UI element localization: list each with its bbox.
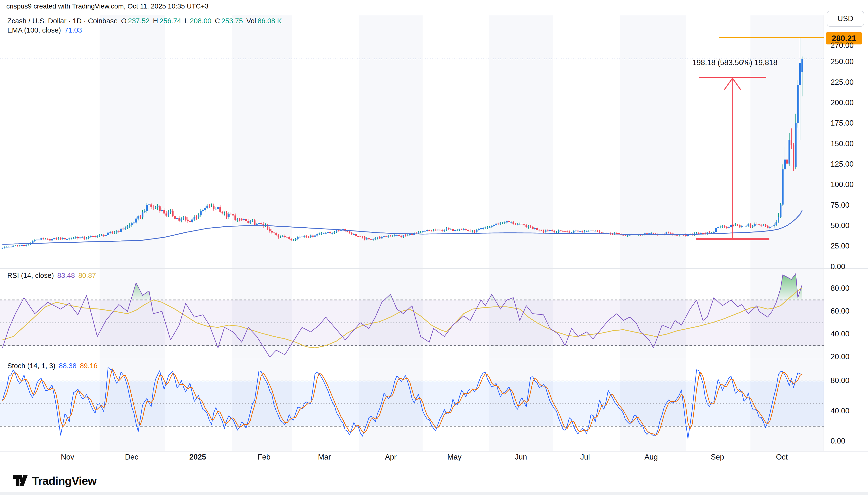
price-tick-label: 175.00 xyxy=(831,119,854,127)
price-tick-label: 150.00 xyxy=(831,139,854,148)
time-tick-label: May xyxy=(437,453,471,461)
stoch-tick-label: 80.00 xyxy=(831,376,850,385)
price-tick-label: 50.00 xyxy=(831,221,850,230)
ema-legend[interactable]: EMA (100, close) 71.03 xyxy=(7,26,83,34)
legend-segment: Zcash / U.S. Dollar · 1D · Coinbase xyxy=(7,17,118,25)
legend-segment: EMA (100, close) xyxy=(7,26,61,34)
time-tick-label: Jul xyxy=(568,453,602,461)
chart-canvas[interactable] xyxy=(0,0,868,495)
time-tick-label: Feb xyxy=(247,453,281,461)
legend-segment: Stoch (14, 1, 3) xyxy=(7,362,55,370)
legend-segment: 237.52 xyxy=(128,17,150,25)
price-tick-label: 225.00 xyxy=(831,78,854,87)
time-tick-label: 2025 xyxy=(181,453,215,461)
tradingview-wordmark: TradingView xyxy=(32,474,97,488)
legend-segment: 208.00 xyxy=(190,17,211,25)
time-tick-label: Dec xyxy=(115,453,149,461)
time-tick-label: Nov xyxy=(51,453,85,461)
rsi-tick-label: 80.00 xyxy=(831,284,850,293)
legend-segment: 80.87 xyxy=(76,272,96,279)
legend-segment: 71.03 xyxy=(63,26,82,34)
price-tick-label: 25.00 xyxy=(831,242,850,251)
tradingview-logo-icon xyxy=(13,473,29,489)
stoch-tick-label: 0.00 xyxy=(831,437,845,445)
time-tick-label: Sep xyxy=(700,453,734,461)
price-tick-label: 270.00 xyxy=(831,41,854,50)
legend-segment: C xyxy=(213,17,220,25)
price-tick-label: 100.00 xyxy=(831,180,854,189)
legend-segment: Vol xyxy=(244,17,256,25)
measure-annotation-label: 198.18 (583.56%) 19,818 xyxy=(669,58,800,67)
legend-segment: 89.16 xyxy=(78,362,98,370)
legend-segment: 83.48 xyxy=(55,272,75,279)
legend-segment: O xyxy=(119,17,126,25)
legend-segment: 88.38 xyxy=(57,362,76,370)
price-tick-label: 0.00 xyxy=(831,262,845,271)
tradingview-chart-snapshot: crispus9 created with TradingView.com, O… xyxy=(0,0,868,495)
bottom-strip xyxy=(0,492,868,495)
price-tick-label: 125.00 xyxy=(831,160,854,169)
legend-segment: H xyxy=(151,17,158,25)
symbol-legend[interactable]: Zcash / U.S. Dollar · 1D · Coinbase O237… xyxy=(7,17,283,25)
rsi-legend[interactable]: RSI (14, close) 83.48 80.87 xyxy=(7,272,98,279)
legend-segment: 86.08 K xyxy=(257,17,282,25)
time-tick-label: Aug xyxy=(634,453,668,461)
tradingview-logo[interactable]: TradingView xyxy=(13,473,97,489)
time-tick-label: Mar xyxy=(308,453,342,461)
price-tick-label: 75.00 xyxy=(831,201,850,210)
stoch-tick-label: 40.00 xyxy=(831,407,850,415)
price-tick-label: 250.00 xyxy=(831,57,854,66)
legend-segment: 253.75 xyxy=(221,17,243,25)
legend-segment: 256.74 xyxy=(159,17,181,25)
stoch-legend[interactable]: Stoch (14, 1, 3) 88.38 89.16 xyxy=(7,362,99,370)
price-tick-label: 200.00 xyxy=(831,98,854,107)
time-tick-label: Oct xyxy=(765,453,799,461)
rsi-tick-label: 60.00 xyxy=(831,307,850,315)
rsi-tick-label: 40.00 xyxy=(831,329,850,338)
rsi-tick-label: 20.00 xyxy=(831,353,850,361)
legend-segment: L xyxy=(183,17,189,25)
legend-segment: RSI (14, close) xyxy=(7,272,54,279)
currency-toggle-button[interactable]: USD xyxy=(827,11,864,27)
time-tick-label: Apr xyxy=(374,453,408,461)
time-tick-label: Jun xyxy=(504,453,538,461)
